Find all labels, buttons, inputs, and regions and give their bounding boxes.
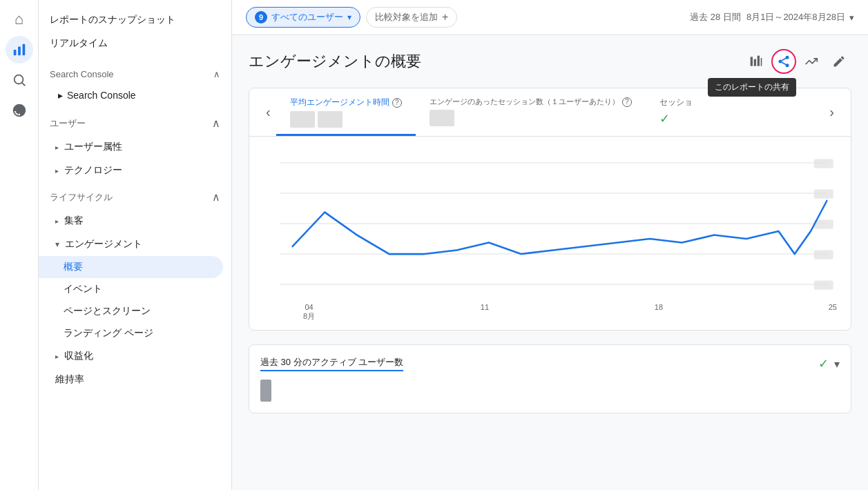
bottom-card-actions: ✓ ▾ <box>818 356 840 371</box>
help-icon-1: ? <box>392 98 402 108</box>
user-section-header[interactable]: ユーザー ∧ <box>39 111 231 135</box>
tab-text-3: セッショ <box>659 97 693 108</box>
tab-bars-2 <box>430 110 632 126</box>
sidebar: レポートのスナップショット リアルタイム Search Console ∧ ▸ … <box>39 0 232 490</box>
monetization-item[interactable]: ▸ 収益化 <box>39 344 231 368</box>
realtime-item[interactable]: リアルタイム <box>39 32 231 55</box>
chart-area: 04 8月 11 18 25 <box>249 137 851 330</box>
monetization-label: 収益化 <box>64 350 93 362</box>
tab-bars-1 <box>290 111 402 128</box>
technology-item[interactable]: ▸ テクノロジー <box>39 159 231 182</box>
date-range-text: 8月1日～2024年8月28日 <box>746 11 845 23</box>
sc-bullet: ▸ <box>58 90 63 101</box>
nav-rail: ⌂ <box>0 0 39 490</box>
snapshot-item[interactable]: レポートのスナップショット <box>39 8 231 32</box>
pages-label: ページとスクリーン <box>64 305 151 316</box>
share-tooltip: このレポートの共有 <box>708 78 796 97</box>
search-console-icon[interactable] <box>6 66 33 94</box>
sidebar-top-section: レポートのスナップショット リアルタイム <box>39 6 231 61</box>
svg-rect-22 <box>814 251 833 259</box>
check-icon: ✓ <box>659 111 670 126</box>
date-period: 過去 28 日間 <box>690 11 741 23</box>
lifecycle-header[interactable]: ライフサイクル ∧ <box>39 185 231 209</box>
bottom-bar-container <box>260 380 840 402</box>
retention-item[interactable]: 維持率 <box>39 368 231 391</box>
svg-rect-5 <box>751 57 753 66</box>
engagement-item[interactable]: ▾ エンゲージメント <box>39 233 231 256</box>
svg-rect-0 <box>13 50 16 55</box>
home-icon[interactable]: ⌂ <box>6 6 33 33</box>
tab-text-2: エンゲージのあったセッション数（１ユーザーあたり） <box>430 97 619 107</box>
events-sub-item[interactable]: イベント <box>39 278 231 300</box>
tab-text-1: 平均エンゲージメント時間 <box>290 97 389 108</box>
share-button[interactable] <box>771 49 796 74</box>
bullet-icon: ▸ <box>55 167 59 175</box>
user-chevron: ∧ <box>212 117 220 130</box>
x-date-2: 11 <box>481 303 489 311</box>
x-date-4: 25 <box>829 303 837 311</box>
tab-label-1: 平均エンゲージメント時間 ? <box>290 97 402 108</box>
user-section-title: ユーザー <box>50 117 86 130</box>
user-demographics-item[interactable]: ▸ ユーザー属性 <box>39 135 231 159</box>
x-date-3: 18 <box>655 303 663 311</box>
search-console-item[interactable]: ▸ Search Console <box>39 85 231 106</box>
compare-label: 比較対象を追加 <box>375 11 438 23</box>
page-header: エンゲージメントの概要 このレポートの共有 <box>249 49 851 74</box>
segment-chevron: ▾ <box>347 12 351 22</box>
tab-next-button[interactable]: › <box>824 88 840 136</box>
tab-label-3: セッショ <box>659 97 715 108</box>
acquisition-item[interactable]: ▸ 集客 <box>39 209 231 233</box>
bullet-icon: ▸ <box>55 217 59 225</box>
svg-rect-2 <box>22 44 25 56</box>
svg-line-12 <box>782 62 786 64</box>
x-month-1: 8月 <box>303 311 315 322</box>
customize-chart-button[interactable] <box>744 49 769 74</box>
tab-label-2: エンゲージのあったセッション数（１ユーザーあたり） ? <box>430 97 632 107</box>
search-console-header[interactable]: Search Console ∧ <box>39 63 231 85</box>
edit-button[interactable] <box>827 49 851 74</box>
settings-icon[interactable] <box>6 97 33 124</box>
analytics-icon[interactable] <box>6 36 33 63</box>
overview-sub-item[interactable]: 概要 <box>39 256 223 278</box>
acquisition-label: 集客 <box>64 215 84 227</box>
segment-label: すべてのユーザー <box>271 11 343 23</box>
segment-chip[interactable]: 9 すべてのユーザー ▾ <box>246 7 360 28</box>
date-chevron-icon: ▾ <box>849 12 854 23</box>
retention-label: 維持率 <box>55 373 84 386</box>
segment-count: 9 <box>255 11 267 23</box>
date-range-selector[interactable]: 8月1日～2024年8月28日 ▾ <box>746 11 854 23</box>
trend-button[interactable] <box>799 49 824 74</box>
bullet-icon: ▸ <box>55 144 59 151</box>
tab-prev-button[interactable]: ‹ <box>260 88 276 136</box>
landing-sub-item[interactable]: ランディング ページ <box>39 322 231 344</box>
realtime-label: リアルタイム <box>50 37 108 50</box>
bottom-card: 過去 30 分のアクティブ ユーザー数 ✓ ▾ <box>249 344 851 413</box>
share-btn-container: このレポートの共有 <box>771 49 796 74</box>
compare-chip[interactable]: 比較対象を追加 + <box>366 7 457 28</box>
active-users-bar <box>260 380 271 402</box>
svg-line-4 <box>22 83 25 86</box>
bottom-chevron-icon[interactable]: ▾ <box>834 357 840 371</box>
pages-sub-item[interactable]: ページとスクリーン <box>39 300 231 322</box>
svg-rect-20 <box>814 190 833 199</box>
svg-rect-7 <box>758 56 760 66</box>
svg-rect-19 <box>814 159 833 168</box>
tab-check-3: ✓ <box>659 111 715 126</box>
bottom-card-title: 過去 30 分のアクティブ ユーザー数 <box>260 356 403 371</box>
svg-rect-23 <box>814 281 833 290</box>
search-console-section: Search Console ∧ ▸ Search Console <box>39 61 231 108</box>
top-bar: 9 すべてのユーザー ▾ 比較対象を追加 + 過去 28 日間 8月1日～202… <box>232 0 868 35</box>
tab-avg-engagement[interactable]: 平均エンゲージメント時間 ? <box>276 88 416 136</box>
x-label-2: 11 <box>481 303 489 322</box>
page-actions: このレポートの共有 <box>744 49 851 74</box>
line-chart <box>260 148 840 300</box>
metric-bar-2a <box>430 110 454 126</box>
lifecycle-chevron: ∧ <box>212 190 220 204</box>
user-section: ユーザー ∧ ▸ ユーザー属性 ▸ テクノロジー <box>39 111 231 182</box>
chart-card: ‹ 平均エンゲージメント時間 ? エンゲージのあったセッション数（１ユー <box>249 88 851 331</box>
lifecycle-section: ライフサイクル ∧ ▸ 集客 ▾ エンゲージメント 概要 イベント ページとスク… <box>39 185 231 391</box>
top-bar-left: 9 すべてのユーザー ▾ 比較対象を追加 + <box>246 7 457 28</box>
svg-point-10 <box>779 60 782 63</box>
compare-plus: + <box>442 11 448 23</box>
tab-engaged-sessions[interactable]: エンゲージのあったセッション数（１ユーザーあたり） ? <box>416 88 646 136</box>
